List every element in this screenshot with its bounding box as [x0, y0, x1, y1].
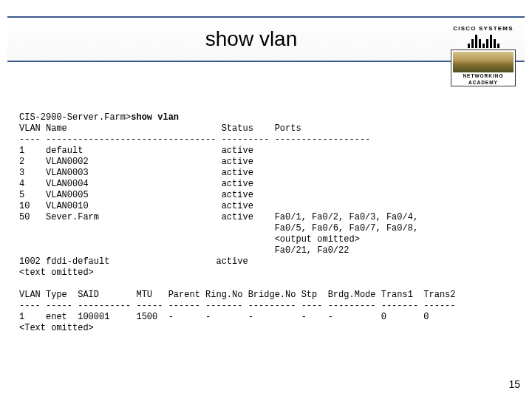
cisco-bars-icon — [451, 33, 516, 48]
vlan-row: 4 VLAN0004 active — [19, 179, 253, 189]
vlan-row: 2 VLAN0002 active — [19, 157, 253, 167]
vlan-row: Fa0/5, Fa0/6, Fa0/7, Fa0/8, — [19, 223, 418, 233]
vlan-row: 1002 fddi-default active — [19, 256, 248, 267]
logo-div2: ACADEMY — [453, 79, 514, 86]
vlan-row: 5 VLAN0005 active — [19, 190, 253, 200]
type-sep: ---- ----- ---------- ----- ------ -----… — [19, 301, 456, 311]
type-hdr: VLAN Type SAID MTU Parent Ring.No Bridge… — [19, 290, 456, 300]
vlan-row: <output omitted> — [19, 234, 360, 245]
hdr-row: VLAN Name Status Ports — [19, 123, 301, 134]
bridge-image — [453, 52, 514, 72]
logo-frame: NETWORKING ACADEMY — [451, 50, 516, 86]
page-title: show vlan — [205, 27, 298, 51]
logo-brand: CISCO SYSTEMS — [451, 25, 516, 32]
sep-row: ---- -------------------------------- --… — [19, 134, 370, 145]
page-number: 15 — [508, 378, 520, 390]
terminal-output: CIS-2900-Server.Farm>show vlan VLAN Name… — [19, 112, 514, 334]
cisco-logo: CISCO SYSTEMS NETWORKING ACADEMY — [451, 25, 516, 86]
header-bar: show vlan CISCO SYSTEMS NETWORKING ACADE… — [7, 16, 525, 62]
vlan-row: 50 Sever.Farm active Fa0/1, Fa0/2, Fa0/3… — [19, 212, 418, 222]
vlan-row: 10 VLAN0010 active — [19, 201, 253, 211]
command: show vlan — [131, 112, 179, 123]
omitted-note: <text omitted> — [19, 267, 94, 278]
vlan-row: 1 default active — [19, 146, 253, 156]
prompt: CIS-2900-Server.Farm> — [19, 112, 131, 123]
vlan-row: Fa0/21, Fa0/22 — [19, 245, 349, 256]
logo-div1: NETWORKING — [453, 72, 514, 79]
vlan-row: 3 VLAN0003 active — [19, 168, 253, 178]
type-row: 1 enet 100001 1500 - - - - - 0 0 — [19, 312, 429, 322]
omitted-note: <Text omitted> — [19, 323, 94, 333]
